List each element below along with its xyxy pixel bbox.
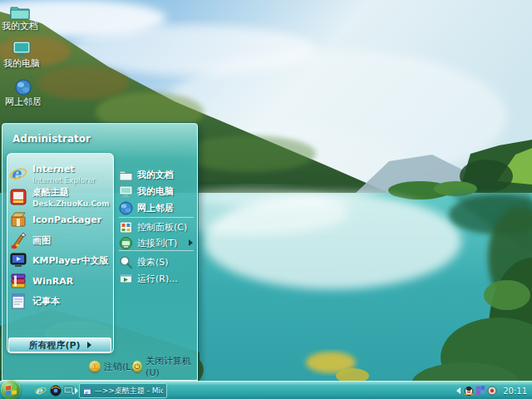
iconpackager-icon [9, 210, 27, 229]
menu-item-label: 网上邻居 [137, 202, 174, 214]
kmplayer-icon [9, 251, 27, 269]
menu-item-label: 我的电脑 [137, 185, 174, 198]
menu-item-my-documents[interactable]: 我的文档 [119, 167, 195, 182]
tray-messenger-icon[interactable] [475, 386, 485, 396]
menu-item-subtitle: Internet Explorer [32, 176, 96, 185]
tray-security-icon[interactable] [487, 386, 497, 396]
menu-item-label: 搜索(S) [137, 256, 169, 268]
menu-item-title: IconPackager [32, 214, 101, 225]
search-icon [119, 255, 133, 269]
menu-item-title: 画图 [32, 234, 51, 247]
menu-item-notepad[interactable]: 记事本 [9, 292, 111, 310]
start-button[interactable] [1, 380, 21, 399]
menu-item-label: 连接到(T) [137, 237, 177, 249]
task-button-zhuoku[interactable]: e —>>桌酷主题 - Mic... [79, 383, 167, 398]
tray-qq-icon[interactable] [464, 386, 474, 396]
my-computer-icon [119, 185, 133, 199]
menu-item-connect-to[interactable]: 连接到(T) [119, 235, 195, 250]
menu-item-title: KMPlayer中文版 [32, 254, 108, 267]
zhuoku-theme-icon [9, 188, 27, 206]
menu-item-iconpackager[interactable]: IconPackager [9, 210, 111, 229]
menu-item-network-places[interactable]: 网上邻居 [119, 200, 195, 215]
shut-down-icon: ⏻ [132, 361, 142, 372]
network-places-icon [119, 201, 133, 215]
log-off-button[interactable]: ⚿ 注销(L) [89, 360, 135, 373]
desktop-icon-my-computer[interactable]: 我的电脑 [0, 41, 46, 69]
menu-item-label: 运行(R)... [137, 273, 178, 285]
menu-item-title: WinRAR [32, 276, 73, 287]
menu-item-control-panel[interactable]: 控制面板(C) [119, 219, 195, 234]
internet-explorer-icon: e [9, 165, 27, 183]
run-icon [119, 272, 133, 286]
menu-item-kmplayer[interactable]: KMPlayer中文版 [9, 251, 111, 269]
menu-item-winrar[interactable]: WinRAR [9, 272, 111, 290]
all-programs-button[interactable]: 所有程序(P) [8, 337, 111, 352]
system-tray: 20:11 [456, 382, 532, 399]
all-programs-label: 所有程序(P) [28, 339, 80, 352]
menu-item-paint[interactable]: 画图 [9, 231, 111, 249]
quick-launch-expand-icon[interactable] [75, 387, 78, 394]
connect-to-icon [119, 236, 133, 250]
network-places-icon [15, 79, 32, 96]
svg-text:e: e [36, 385, 43, 397]
winrar-icon [9, 272, 27, 290]
menu-item-title: 记事本 [32, 295, 60, 308]
menu-separator [119, 250, 194, 251]
desktop-icon-my-documents[interactable]: 我的文档 [0, 4, 44, 32]
taskbar: e e —>>桌酷主题 - Mic... [0, 381, 532, 399]
taskbar-clock[interactable]: 20:11 [503, 387, 527, 396]
task-button-label: —>>桌酷主题 - Mic... [95, 386, 163, 397]
desktop: 我的文档 我的电脑 网上邻居 Administrator e Internet [0, 0, 532, 399]
log-off-label: 注销(L) [104, 361, 135, 373]
my-computer-icon [12, 41, 32, 57]
menu-item-label: 控制面板(C) [137, 221, 187, 234]
quick-launch-show-desktop-icon[interactable] [63, 385, 75, 397]
desktop-icon-label: 网上邻居 [0, 97, 47, 107]
control-panel-icon [119, 220, 133, 234]
svg-text:e: e [11, 165, 22, 182]
desktop-icon-label: 我的电脑 [0, 59, 46, 69]
all-programs-arrow-icon [87, 342, 91, 348]
menu-item-my-computer[interactable]: 我的电脑 [119, 184, 195, 199]
menu-item-title: 桌酷主题 [32, 187, 69, 198]
menu-item-subtitle: Desk.ZhuoKu.Com [32, 200, 110, 208]
task-window-icon: e [83, 387, 91, 396]
log-off-icon: ⚿ [89, 361, 101, 372]
menu-item-zhuoku-theme[interactable]: 桌酷主题 Desk.ZhuoKu.Com [9, 186, 111, 208]
tray-collapse-icon[interactable] [456, 387, 461, 394]
my-documents-icon [10, 4, 30, 20]
quick-launch-internet-explorer-icon[interactable]: e [35, 385, 47, 397]
desktop-icon-label: 我的文档 [0, 22, 44, 32]
start-menu: Administrator e Internet Internet Explor… [2, 123, 198, 381]
menu-item-search[interactable]: 搜索(S) [119, 254, 195, 269]
shut-down-label: 关闭计算机(U) [145, 355, 197, 378]
my-documents-icon [119, 168, 133, 182]
menu-item-title: Internet [32, 164, 75, 175]
menu-separator [119, 217, 194, 218]
quick-launch-media-player-icon[interactable] [50, 385, 62, 397]
menu-item-run[interactable]: 运行(R)... [119, 271, 195, 286]
menu-item-internet[interactable]: e Internet Internet Explorer [9, 163, 111, 185]
shut-down-button[interactable]: ⏻ 关闭计算机(U) [132, 360, 197, 373]
windows-logo-icon [6, 385, 16, 395]
connect-to-submenu-arrow-icon [189, 239, 193, 246]
desktop-icon-network-places[interactable]: 网上邻居 [0, 79, 47, 107]
notepad-icon [9, 292, 27, 310]
paint-icon [9, 231, 27, 249]
start-menu-user-name: Administrator [12, 133, 91, 145]
menu-item-label: 我的文档 [137, 169, 174, 181]
